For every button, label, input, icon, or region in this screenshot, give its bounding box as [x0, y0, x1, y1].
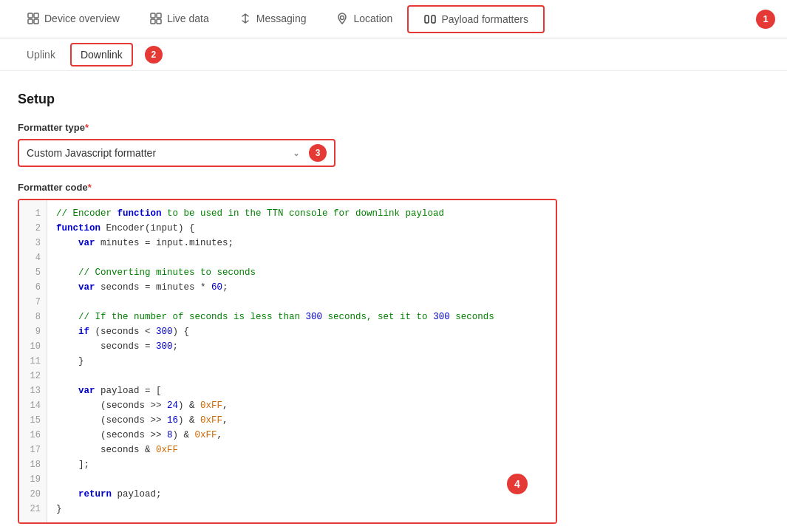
- svg-rect-5: [157, 13, 161, 18]
- tab-uplink[interactable]: Uplink: [18, 44, 64, 65]
- grid-icon: [27, 12, 40, 25]
- line-number: 2: [19, 221, 47, 236]
- badge-2: 2: [145, 46, 163, 64]
- code-line: }: [56, 354, 547, 369]
- line-numbers: 123456789101112131415161718192021: [19, 200, 47, 522]
- code-line: }: [56, 502, 547, 516]
- code-line: [56, 472, 547, 487]
- main-content: Setup Formatter type* Custom Javascript …: [0, 71, 787, 532]
- formatter-type-select-wrapper[interactable]: Custom Javascript formatter ⌄ 3: [18, 139, 335, 167]
- nav-location[interactable]: Location: [321, 0, 407, 38]
- code-line: [56, 250, 547, 265]
- badge-3: 3: [309, 144, 327, 162]
- nav-payload-formatters-label: Payload formatters: [441, 13, 528, 25]
- nav-device-overview[interactable]: Device overview: [12, 0, 134, 38]
- code-line: (seconds >> 16) & 0xFF,: [56, 413, 547, 428]
- code-line: [56, 295, 547, 310]
- code-line: seconds & 0xFF: [56, 443, 547, 457]
- line-number: 8: [19, 310, 47, 324]
- line-number: 4: [19, 250, 47, 265]
- formatter-type-select[interactable]: Custom Javascript formatter: [27, 147, 293, 159]
- nav-messaging-label: Messaging: [256, 13, 307, 24]
- svg-rect-1: [34, 13, 38, 18]
- line-number: 20: [19, 487, 47, 502]
- line-number: 11: [19, 354, 47, 369]
- svg-rect-6: [151, 19, 155, 24]
- badge-1: 1: [756, 10, 775, 29]
- code-line: (seconds >> 8) & 0xFF,: [56, 428, 547, 443]
- code-line: var payload = [: [56, 383, 547, 398]
- line-number: 1: [19, 206, 47, 221]
- sub-tabs-bar: Uplink Downlink 2: [0, 38, 787, 71]
- nav-device-overview-label: Device overview: [44, 13, 120, 24]
- line-number: 18: [19, 457, 47, 472]
- svg-rect-9: [425, 16, 429, 23]
- code-line: (seconds >> 24) & 0xFF,: [56, 398, 547, 413]
- line-number: 12: [19, 369, 47, 383]
- svg-point-8: [341, 16, 344, 19]
- line-number: 15: [19, 413, 47, 428]
- svg-rect-7: [157, 19, 161, 24]
- brackets-icon: [423, 13, 437, 26]
- line-number: 5: [19, 265, 47, 280]
- formatter-type-label: Formatter type*: [18, 122, 769, 133]
- nav-live-data-label: Live data: [167, 13, 209, 24]
- code-line: function Encoder(input) {: [56, 221, 547, 236]
- code-line: seconds = 300;: [56, 339, 547, 354]
- line-number: 10: [19, 339, 47, 354]
- code-line: var minutes = input.minutes;: [56, 236, 547, 250]
- code-line: ];: [56, 457, 547, 472]
- code-line: if (seconds < 300) {: [56, 324, 547, 339]
- code-line: return payload;: [56, 487, 547, 502]
- line-number: 19: [19, 472, 47, 487]
- svg-rect-10: [432, 16, 435, 23]
- code-line: // If the number of seconds is less than…: [56, 310, 547, 324]
- chevron-down-icon: ⌄: [293, 148, 300, 158]
- code-editor-body: 123456789101112131415161718192021 // Enc…: [19, 200, 556, 522]
- badge-4: 4: [507, 474, 528, 494]
- code-line: var seconds = minutes * 60;: [56, 280, 547, 295]
- line-number: 9: [19, 324, 47, 339]
- location-icon: [335, 12, 349, 25]
- nav-payload-formatters[interactable]: Payload formatters: [407, 5, 545, 33]
- svg-rect-2: [28, 19, 33, 24]
- svg-rect-3: [34, 19, 38, 24]
- line-number: 17: [19, 443, 47, 457]
- line-number: 21: [19, 502, 47, 516]
- svg-rect-4: [151, 13, 155, 18]
- line-number: 13: [19, 383, 47, 398]
- line-number: 7: [19, 295, 47, 310]
- formatter-code-label: Formatter code*: [18, 182, 769, 193]
- tab-downlink[interactable]: Downlink: [70, 43, 133, 66]
- line-number: 14: [19, 398, 47, 413]
- nav-live-data[interactable]: Live data: [134, 0, 224, 38]
- line-number: 3: [19, 236, 47, 250]
- code-line: // Encoder function to be used in the TT…: [56, 206, 547, 221]
- code-content[interactable]: // Encoder function to be used in the TT…: [47, 200, 556, 522]
- code-line: // Converting minutes to seconds: [56, 265, 547, 280]
- code-line: [56, 369, 547, 383]
- code-editor-outer: 123456789101112131415161718192021 // Enc…: [18, 199, 557, 524]
- nav-messaging[interactable]: Messaging: [224, 0, 321, 38]
- svg-rect-0: [28, 13, 33, 18]
- setup-title: Setup: [18, 92, 769, 107]
- line-number: 16: [19, 428, 47, 443]
- top-navigation: Device overview Live data Messaging: [0, 0, 787, 38]
- chart-icon: [149, 12, 163, 25]
- arrows-icon: [239, 12, 252, 25]
- line-number: 6: [19, 280, 47, 295]
- nav-location-label: Location: [353, 13, 392, 24]
- code-editor[interactable]: 123456789101112131415161718192021 // Enc…: [18, 199, 557, 524]
